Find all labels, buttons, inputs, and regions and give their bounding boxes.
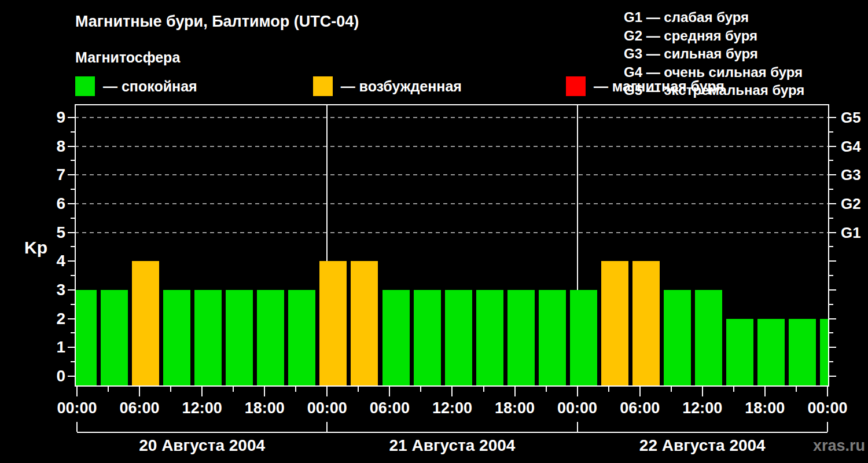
g-level-label-G3: G3 bbox=[841, 166, 861, 183]
y-tick-major bbox=[68, 174, 75, 175]
x-tick-minor bbox=[608, 387, 609, 392]
g-level-label-G1: G1 bbox=[841, 224, 861, 241]
date-label: 20 Августа 2004 bbox=[80, 437, 323, 454]
x-tick-minor bbox=[733, 387, 734, 392]
x-tick-label: 06:00 bbox=[358, 400, 421, 416]
x-tick-label: 18:00 bbox=[483, 400, 547, 416]
y-tick-minor-right bbox=[829, 304, 833, 305]
y-tick-minor bbox=[71, 275, 75, 276]
date-bracket-tick bbox=[827, 422, 828, 432]
kp-bar bbox=[75, 290, 97, 387]
y-tick-label: 9 bbox=[30, 109, 65, 126]
y-tick-major-right bbox=[829, 347, 836, 348]
y-tick-major-right bbox=[829, 174, 836, 175]
kp-bar bbox=[194, 290, 222, 387]
y-tick-label: 8 bbox=[30, 138, 65, 155]
date-bracket-tick bbox=[577, 422, 578, 432]
y-tick-minor-right bbox=[829, 160, 833, 161]
gridline-kp-8 bbox=[75, 146, 829, 147]
y-tick-minor-right bbox=[829, 361, 833, 362]
y-tick-minor-right bbox=[829, 218, 833, 219]
legend-item-quiet: — спокойная bbox=[75, 76, 197, 96]
x-tick-minor bbox=[796, 387, 797, 392]
kp-bar bbox=[726, 319, 753, 387]
y-axis-left bbox=[75, 104, 76, 387]
x-tick-label: 00:00 bbox=[45, 400, 109, 416]
y-tick-label: 6 bbox=[30, 195, 65, 212]
storm-scale-legend: G1 — слабая буря G2 — средняя буря G3 — … bbox=[624, 8, 804, 100]
storm-scale-g2: G2 — средняя буря bbox=[624, 27, 804, 45]
y-tick-minor-right bbox=[829, 131, 833, 133]
x-tick-label: 00:00 bbox=[546, 400, 609, 416]
kp-bar bbox=[257, 290, 284, 387]
x-tick-major bbox=[389, 387, 390, 396]
storm-scale-g4: G4 — очень сильная буря bbox=[624, 63, 804, 82]
y-tick-label: 7 bbox=[30, 166, 65, 183]
x-tick-label: 12:00 bbox=[671, 400, 734, 416]
y-tick-minor bbox=[71, 246, 75, 247]
y-axis-title: Kp bbox=[24, 238, 47, 258]
y-tick-label: 3 bbox=[30, 281, 65, 299]
kp-bar bbox=[632, 261, 660, 387]
y-axis-right bbox=[828, 104, 829, 387]
x-tick-minor bbox=[108, 387, 109, 392]
x-tick-minor bbox=[483, 387, 484, 392]
g-level-label-G5: G5 bbox=[841, 109, 861, 126]
x-tick-major bbox=[702, 387, 703, 396]
kp-bar bbox=[382, 290, 410, 387]
kp-bar bbox=[351, 261, 378, 387]
y-tick-major-right bbox=[829, 117, 836, 118]
y-tick-minor bbox=[71, 332, 75, 333]
kp-bar bbox=[414, 290, 441, 387]
x-tick-minor bbox=[546, 387, 547, 392]
y-tick-major bbox=[68, 146, 75, 147]
y-tick-major bbox=[68, 376, 75, 377]
chart-subtitle: Магнитосфера bbox=[75, 49, 180, 66]
kp-bar bbox=[319, 261, 347, 387]
y-tick-major-right bbox=[829, 203, 836, 204]
gridline-kp-5 bbox=[75, 232, 829, 233]
y-tick-minor bbox=[71, 304, 75, 305]
y-tick-minor-right bbox=[829, 332, 833, 333]
y-tick-major bbox=[68, 318, 75, 319]
y-tick-major-right bbox=[829, 376, 836, 377]
quiet-color-swatch bbox=[75, 76, 95, 96]
kp-bar bbox=[757, 319, 785, 387]
g-level-label-G2: G2 bbox=[841, 195, 861, 212]
gridline-kp-7 bbox=[75, 174, 829, 175]
page-title: Магнитные бури, Балтимор (UTC-04) bbox=[75, 13, 359, 31]
x-tick-major bbox=[326, 387, 328, 396]
x-tick-minor bbox=[170, 387, 171, 392]
y-tick-minor bbox=[71, 218, 75, 219]
y-tick-minor-right bbox=[829, 275, 833, 276]
kp-bar bbox=[132, 261, 159, 387]
y-tick-major-right bbox=[829, 146, 836, 147]
x-tick-label: 18:00 bbox=[733, 400, 797, 416]
storm-color-swatch bbox=[566, 76, 586, 96]
x-tick-minor bbox=[358, 387, 359, 392]
y-tick-major bbox=[68, 347, 75, 348]
y-tick-minor-right bbox=[829, 189, 833, 190]
y-tick-major-right bbox=[829, 232, 836, 233]
gridline-kp-6 bbox=[75, 203, 829, 204]
kp-bar bbox=[163, 290, 190, 387]
x-tick-major bbox=[639, 387, 641, 396]
kp-bar bbox=[570, 290, 597, 387]
x-tick-label: 12:00 bbox=[420, 400, 484, 416]
legend-item-excited: — возбужденная bbox=[313, 76, 462, 96]
excited-color-swatch bbox=[313, 76, 333, 96]
kp-bar bbox=[539, 290, 566, 387]
y-tick-label: 1 bbox=[30, 339, 65, 356]
kp-bar bbox=[507, 290, 535, 387]
y-tick-major-right bbox=[829, 289, 836, 291]
kp-bar bbox=[445, 290, 472, 387]
legend-label-excited: — возбужденная bbox=[341, 78, 462, 95]
gridline-kp-9 bbox=[75, 117, 829, 118]
x-tick-major bbox=[827, 387, 828, 396]
y-tick-minor bbox=[71, 189, 75, 190]
x-tick-minor bbox=[295, 387, 296, 392]
x-tick-label: 00:00 bbox=[796, 400, 859, 416]
y-tick-minor-right bbox=[829, 246, 833, 247]
x-tick-label: 00:00 bbox=[295, 400, 359, 416]
legend-label-quiet: — спокойная bbox=[103, 78, 197, 95]
